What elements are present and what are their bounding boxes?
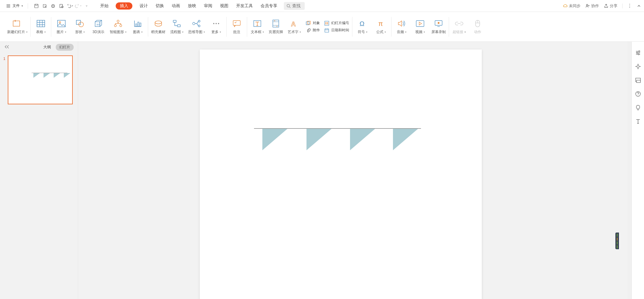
docer-icon — [154, 19, 163, 28]
more-menu[interactable]: ⋮ — [627, 3, 632, 9]
svg-point-26 — [213, 23, 214, 24]
screenrec-button[interactable]: 屏幕录制 — [431, 19, 446, 35]
svg-rect-39 — [416, 21, 424, 27]
tab-review[interactable]: 审阅 — [203, 2, 213, 10]
headerfooter-button[interactable]: 页眉页脚 — [269, 19, 283, 35]
svg-rect-17 — [136, 24, 137, 27]
ribbon: 新建幻灯片▾ 表格▾ 图片▾ 形状▾ 3D 3D演示 智能图形▾ 图表▾ — [0, 12, 644, 42]
tab-member[interactable]: 会员专享 — [260, 2, 278, 10]
file-menu[interactable]: 文件 ▾ — [3, 2, 26, 10]
share-button[interactable]: 分享 — [604, 3, 617, 9]
shape-button[interactable]: 形状▾ — [73, 19, 87, 35]
triangle-shape-3[interactable] — [350, 129, 375, 150]
table-button[interactable]: 表格▾ — [34, 19, 48, 35]
audio-button[interactable]: 音频▾ — [394, 19, 409, 35]
qat-customize-icon[interactable]: ▿ — [82, 2, 91, 10]
tab-transition[interactable]: 切换 — [155, 2, 165, 10]
tab-view[interactable]: 视图 — [219, 2, 229, 10]
svg-point-45 — [638, 54, 639, 55]
chevron-up-icon — [637, 4, 641, 8]
collapse-panel-icon[interactable] — [4, 45, 10, 50]
slide[interactable] — [200, 49, 482, 299]
tab-design[interactable]: 设计 — [139, 2, 148, 10]
text-icon[interactable] — [634, 117, 642, 125]
floating-side-tab[interactable] — [615, 233, 619, 249]
search-icon — [286, 4, 291, 8]
mindmap-button[interactable]: 思维导图▾ — [188, 19, 205, 35]
docer-button[interactable]: 稻壳素材 — [151, 19, 165, 35]
collab-button[interactable]: 协作 — [585, 3, 599, 9]
tab-devtools[interactable]: 开发工具 — [236, 2, 253, 10]
tab-start[interactable]: 开始 — [100, 2, 109, 10]
outline-tab[interactable]: 大纲 — [43, 44, 51, 50]
attachment-button[interactable]: 附件 — [306, 28, 320, 33]
slidenum-button[interactable]: 幻灯片编号 — [324, 21, 349, 26]
svg-point-16 — [120, 25, 122, 27]
tab-slideshow[interactable]: 放映 — [187, 2, 197, 10]
separator — [622, 4, 623, 8]
wordart-button[interactable]: A 艺术字▾ — [287, 19, 301, 35]
equation-button[interactable]: π 公式▾ — [374, 19, 388, 35]
tab-animation[interactable]: 动画 — [171, 2, 181, 10]
lightbulb-icon[interactable] — [634, 104, 642, 111]
svg-text:A: A — [291, 20, 296, 27]
action-button[interactable]: 动作 — [470, 19, 485, 35]
share-icon — [604, 4, 609, 8]
search-label: 查找 — [292, 3, 301, 9]
triangle-shape-2[interactable] — [306, 129, 332, 150]
textbox-button[interactable]: 文本框▾ — [250, 19, 264, 35]
redo-icon[interactable]: ▾ — [74, 2, 82, 10]
slide-canvas-area[interactable] — [78, 42, 631, 299]
slides-tab[interactable]: 幻灯片 — [56, 44, 74, 51]
svg-point-41 — [438, 22, 439, 24]
vertical-scrollbar[interactable] — [627, 42, 631, 299]
save-icon[interactable] — [32, 2, 41, 10]
picture-icon — [57, 19, 66, 28]
ribbon-tabs: 开始 插入 设计 切换 动画 放映 审阅 视图 开发工具 会员专享 — [91, 2, 278, 10]
template-icon[interactable] — [634, 76, 642, 84]
demo3d-button[interactable]: 3D 3D演示 — [91, 19, 106, 35]
sparkle-icon[interactable] — [634, 63, 642, 70]
video-button[interactable]: 视频▾ — [413, 19, 427, 35]
print-icon[interactable] — [49, 2, 57, 10]
picture-button[interactable]: 图片▾ — [54, 19, 69, 35]
print-preview-icon[interactable] — [57, 2, 66, 10]
svg-text:Ω: Ω — [360, 20, 364, 27]
save-as-icon[interactable] — [41, 2, 49, 10]
svg-rect-7 — [37, 20, 45, 27]
speaker-icon — [397, 19, 406, 28]
slide-thumbnail-1[interactable] — [8, 55, 73, 104]
svg-point-43 — [639, 51, 640, 52]
hyperlink-button[interactable]: 超链接▾ — [452, 19, 466, 35]
hash-icon — [324, 21, 329, 26]
pi-icon: π — [376, 19, 386, 28]
more-button[interactable]: 更多▾ — [209, 19, 223, 35]
search-box[interactable]: 查找 — [284, 2, 305, 10]
triangle-shape-1[interactable] — [262, 129, 287, 150]
help-icon[interactable] — [634, 90, 642, 98]
flowchart-button[interactable]: 流程图▾ — [170, 19, 184, 35]
chart-button[interactable]: 图表▾ — [131, 19, 145, 35]
datetime-button[interactable]: 日期和时间 — [324, 28, 349, 33]
sync-status[interactable]: 未同步 — [563, 3, 580, 9]
paperclip-icon — [306, 28, 311, 33]
slides-panel-header: 大纲 幻灯片 — [0, 42, 78, 52]
more-dots-icon — [211, 19, 221, 28]
mindmap-icon — [192, 19, 201, 28]
svg-point-24 — [198, 20, 200, 22]
quick-access-toolbar: ▾ ▾ ▿ — [30, 2, 91, 10]
symbol-button[interactable]: Ω 符号▾ — [355, 19, 370, 35]
smartart-button[interactable]: 智能图形▾ — [110, 19, 126, 35]
triangle-shape-4[interactable] — [393, 129, 418, 150]
sliders-icon[interactable] — [634, 49, 642, 57]
mouse-icon — [473, 19, 482, 28]
object-button[interactable]: 对象 — [306, 21, 320, 26]
new-slide-button[interactable]: 新建幻灯片▾ — [7, 19, 27, 35]
collapse-ribbon[interactable] — [637, 4, 641, 8]
screenrec-icon — [434, 19, 443, 28]
tab-insert[interactable]: 插入 — [116, 2, 132, 10]
svg-rect-19 — [140, 23, 141, 27]
comment-button[interactable]: 批注 — [230, 19, 244, 35]
undo-icon[interactable]: ▾ — [66, 2, 74, 10]
file-menu-label: 文件 — [13, 3, 20, 8]
